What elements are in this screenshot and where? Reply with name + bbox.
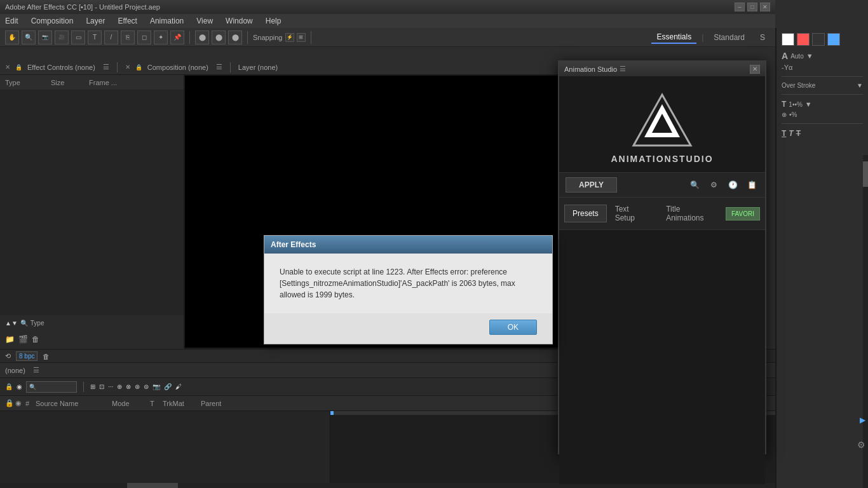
menu-animation[interactable]: Animation — [147, 15, 186, 27]
tl-icon7[interactable]: ⊜ — [144, 383, 149, 390]
tool-cam1[interactable]: 📷 — [38, 30, 52, 44]
toolbar-separator-3 — [311, 31, 311, 44]
as-history-icon-btn[interactable]: 🕐 — [726, 178, 740, 192]
text-pct-arrow[interactable]: ▼ — [805, 100, 812, 108]
workspace-essentials[interactable]: Essentials — [651, 31, 696, 44]
tl-link-icon[interactable]: 🔗 — [164, 383, 172, 390]
as-bookmark-icon-btn[interactable]: 📋 — [745, 178, 759, 192]
tool-zoom[interactable]: 🔍 — [22, 30, 36, 44]
as-menu-icon[interactable]: ☰ — [620, 65, 626, 73]
timeline-left-panel — [0, 411, 330, 487]
menu-effect[interactable]: Effect — [115, 15, 139, 27]
window-controls: – □ ✕ — [735, 3, 770, 11]
bpc-badge[interactable]: 8 bpc — [16, 351, 37, 361]
tl-icon2[interactable]: ⊡ — [99, 383, 104, 390]
menu-view[interactable]: View — [194, 15, 215, 27]
right-scrollbar-v[interactable] — [863, 155, 868, 488]
tl-icon6[interactable]: ⊛ — [135, 383, 140, 390]
as-apply-button[interactable]: APPLY — [566, 177, 617, 193]
menu-help[interactable]: Help — [263, 15, 284, 27]
right-bottom-arrow[interactable]: ▶ — [860, 416, 865, 424]
maximize-button[interactable]: □ — [747, 3, 757, 11]
tool-puppet[interactable]: ✦ — [154, 30, 168, 44]
timeline-menu-icon[interactable]: ☰ — [33, 366, 39, 374]
swatch-blue[interactable] — [827, 33, 840, 46]
snapping-btn2[interactable]: ⊞ — [297, 33, 306, 42]
workspace-standard[interactable]: Standard — [709, 32, 750, 43]
animation-studio-panel: Animation Studio ☰ ✕ ANIMATIONSTUDIO — [558, 60, 766, 454]
menu-composition[interactable]: Composition — [29, 15, 76, 27]
composition-close-x[interactable]: ✕ — [125, 64, 130, 71]
swatch-white[interactable] — [782, 33, 794, 46]
text-plus-icon: ⊕ — [782, 111, 787, 118]
as-tab-title-animations[interactable]: Title Animations — [658, 200, 726, 227]
as-close-button[interactable]: ✕ — [750, 65, 760, 74]
ae-toolbar: ✋ 🔍 📷 🎥 ▭ T / ⎘ ◻ ✦ 📌 ⬤ ⬤ ⬤ Snapping ⚡ ⊞… — [0, 28, 775, 47]
panel-menu-icon[interactable]: ☰ — [103, 63, 109, 71]
tool-align2[interactable]: ⬤ — [212, 30, 226, 44]
layer-tab[interactable]: Layer (none) — [238, 64, 278, 71]
menu-layer[interactable]: Layer — [83, 15, 107, 27]
tool-align1[interactable]: ⬤ — [195, 30, 209, 44]
effect-controls-tab[interactable]: Effect Controls (none) — [27, 64, 95, 71]
swatch-dark[interactable] — [812, 33, 825, 46]
search-icon-proj[interactable]: 🔍 — [20, 320, 28, 327]
tl-brush-icon[interactable]: 🖌 — [175, 383, 182, 390]
as-fav-button[interactable]: FAVORI — [726, 207, 760, 220]
bottom-scrollbar-thumb[interactable] — [127, 483, 178, 488]
tl-camera-icon[interactable]: 📷 — [153, 383, 160, 390]
delete-icon[interactable]: 🗑 — [43, 353, 50, 360]
menu-edit[interactable]: Edit — [3, 15, 21, 27]
as-gear-icon-btn[interactable]: ⚙ — [707, 178, 721, 192]
dialog-message: Unable to execute script at line 1223. A… — [280, 266, 537, 301]
tool-pin[interactable]: 📌 — [170, 30, 184, 44]
as-tab-presets[interactable]: Presets — [564, 205, 607, 222]
menu-window[interactable]: Window — [223, 15, 255, 27]
minimize-button[interactable]: – — [735, 3, 745, 11]
tool-hand[interactable]: ✋ — [5, 30, 19, 44]
as-tab-text-setup[interactable]: Text Setup — [607, 200, 658, 227]
dialog-ok-button[interactable]: OK — [489, 320, 537, 335]
tl-icon3[interactable]: ··· — [108, 383, 113, 390]
close-button[interactable]: ✕ — [760, 3, 770, 11]
project-delete[interactable]: 🗑 — [32, 335, 39, 344]
tool-cam2[interactable]: 🎥 — [55, 30, 69, 44]
tl-col-solo: ◉ — [15, 399, 25, 407]
loop-icon[interactable]: ⟲ — [5, 352, 11, 360]
as-search-icon-btn[interactable]: 🔍 — [688, 178, 702, 192]
project-new-folder[interactable]: 📁 — [5, 335, 15, 344]
tool-type[interactable]: T — [88, 30, 102, 44]
composition-tab[interactable]: Composition (none) — [147, 64, 208, 71]
timeline-search[interactable]: 🔍 — [26, 381, 77, 393]
tool-eraser[interactable]: ◻ — [137, 30, 151, 44]
swatch-red[interactable] — [797, 33, 810, 46]
comp-menu-icon[interactable]: ☰ — [216, 63, 222, 71]
right-sep-2 — [782, 94, 863, 95]
as-apply-bar: APPLY 🔍 ⚙ 🕐 📋 — [559, 172, 765, 198]
tool-clone[interactable]: ⎘ — [121, 30, 135, 44]
snapping-toggle[interactable]: ⚡ — [285, 33, 294, 42]
col-size-header: Size — [51, 79, 89, 86]
right-gear-icon[interactable]: ⚙ — [857, 440, 865, 450]
tl-solo-icon[interactable]: ◉ — [17, 383, 22, 390]
tl-col-num: # — [25, 400, 36, 407]
tl-icon1[interactable]: ⊞ — [90, 383, 95, 390]
tool-brush[interactable]: / — [104, 30, 118, 44]
over-stroke-label: Over Stroke — [782, 82, 815, 89]
tool-rect[interactable]: ▭ — [71, 30, 85, 44]
tl-icon5[interactable]: ⊗ — [126, 383, 131, 390]
auto-arrow[interactable]: ▼ — [806, 52, 813, 60]
over-stroke-arrow[interactable]: ▼ — [857, 82, 863, 89]
as-logo: ANIMATIONSTUDIO — [624, 90, 700, 166]
sort-icon[interactable]: ▲▼ — [5, 320, 18, 327]
right-scrollbar-thumb[interactable] — [863, 161, 868, 187]
right-tool-row-3: T 1••% ▼ — [782, 100, 863, 109]
tool-align3[interactable]: ⬤ — [228, 30, 242, 44]
text-ya-icon: -Yα — [782, 64, 792, 71]
tl-icon4[interactable]: ⊕ — [117, 383, 122, 390]
auto-label: Auto — [790, 53, 804, 60]
project-new-comp[interactable]: 🎬 — [18, 335, 28, 344]
project-content — [0, 90, 184, 332]
workspace-s[interactable]: S — [755, 32, 770, 43]
panel-close-x[interactable]: ✕ — [5, 64, 10, 71]
